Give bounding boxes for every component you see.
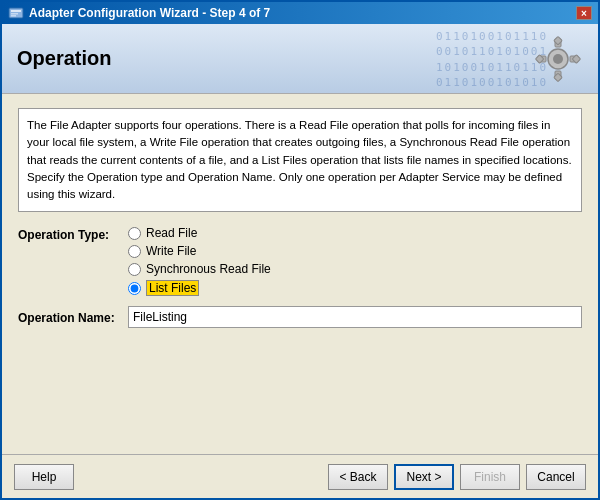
radio-group: Read File Write File Synchronous Read Fi… [128,226,271,296]
title-bar-left: Adapter Configuration Wizard - Step 4 of… [8,5,270,21]
finish-button: Finish [460,464,520,490]
back-button[interactable]: < Back [328,464,388,490]
cancel-button[interactable]: Cancel [526,464,586,490]
operation-name-row: Operation Name: [18,306,582,328]
next-button[interactable]: Next > [394,464,454,490]
description-text: The File Adapter supports four operation… [18,108,582,212]
radio-list-files[interactable]: List Files [128,280,271,296]
radio-sync-read-label: Synchronous Read File [146,262,271,276]
footer-left: Help [14,464,74,490]
svg-rect-3 [11,15,16,17]
operation-type-row: Operation Type: Read File Write File Syn… [18,226,582,296]
radio-read-file-input[interactable] [128,227,141,240]
radio-read-file-label: Read File [146,226,197,240]
radio-list-files-label: List Files [146,280,199,296]
wizard-icon [8,5,24,21]
header-banner: Operation 0110100101110 0010110101001 10… [2,24,598,94]
radio-write-file[interactable]: Write File [128,244,271,258]
svg-rect-1 [11,10,21,12]
help-button[interactable]: Help [14,464,74,490]
radio-write-file-input[interactable] [128,245,141,258]
title-bar-text: Adapter Configuration Wizard - Step 4 of… [29,6,270,20]
wizard-window: Adapter Configuration Wizard - Step 4 of… [0,0,600,500]
operation-type-label: Operation Type: [18,226,128,242]
gear-icon [528,29,588,89]
content-area: The File Adapter supports four operation… [2,94,598,454]
operation-name-label: Operation Name: [18,309,128,325]
footer: Help < Back Next > Finish Cancel [2,454,598,498]
radio-sync-read-input[interactable] [128,263,141,276]
radio-write-file-label: Write File [146,244,196,258]
radio-list-files-input[interactable] [128,282,141,295]
svg-point-5 [553,54,563,64]
footer-right: < Back Next > Finish Cancel [328,464,586,490]
operation-name-input[interactable] [128,306,582,328]
radio-read-file[interactable]: Read File [128,226,271,240]
radio-sync-read[interactable]: Synchronous Read File [128,262,271,276]
page-title: Operation [17,47,111,70]
svg-rect-2 [11,13,18,15]
title-bar: Adapter Configuration Wizard - Step 4 of… [2,2,598,24]
close-button[interactable]: × [576,6,592,20]
